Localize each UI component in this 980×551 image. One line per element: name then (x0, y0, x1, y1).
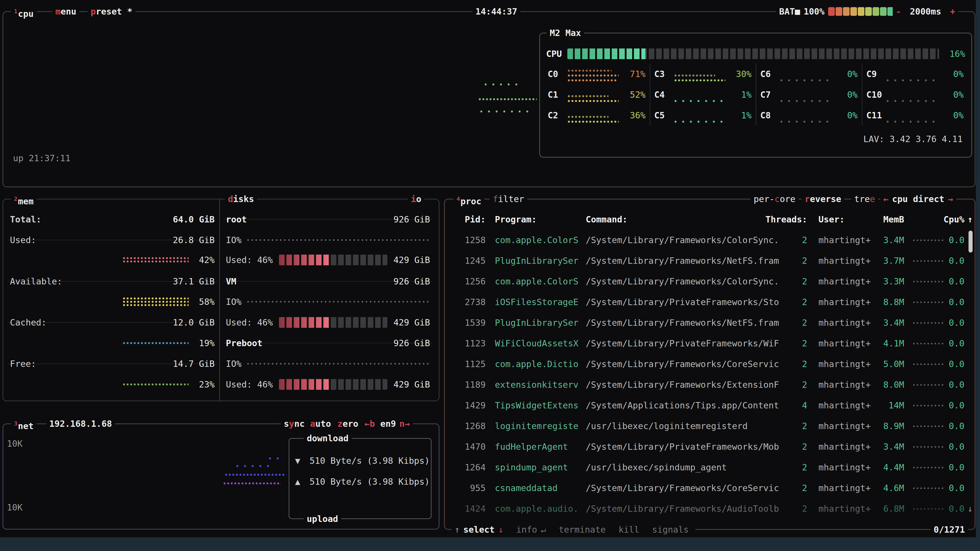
preset-button[interactable]: preset * (88, 4, 135, 19)
process-mem: 6.8M (864, 502, 904, 516)
net-auto-button[interactable]: auto (307, 416, 334, 431)
cpu-core-percent: 0% (953, 89, 964, 100)
cpu-core-graph (886, 107, 937, 123)
footer-info[interactable]: info (516, 524, 537, 535)
disk-name: Preboot (226, 336, 262, 350)
process-row[interactable]: 1268loginitemregiste/usr/libexec/loginit… (451, 419, 969, 433)
proc-option-tree[interactable]: tree (851, 192, 878, 206)
cpu-core-percent: 0% (847, 89, 858, 100)
footer-signals[interactable]: signals (652, 524, 689, 535)
mem-row-label: Total: (10, 212, 41, 227)
disks-io-toggle[interactable]: io (408, 192, 425, 206)
net-download-graph (269, 457, 284, 459)
proc-filter-button[interactable]: filter (490, 192, 527, 206)
col-threads[interactable]: Threads: (747, 212, 807, 227)
mem-row: Cached:12.0 GiB (10, 315, 215, 330)
graph-strip (568, 95, 608, 98)
cpu-core-name: C3 (654, 69, 672, 79)
col-cpu[interactable]: Cpu% (939, 212, 964, 227)
proc-scrollbar[interactable] (969, 230, 973, 252)
mem-usage-percent: 23% (195, 377, 215, 392)
process-row[interactable]: 1429TipsWidgetExtens/System/Applications… (451, 398, 969, 413)
process-threads: 2 (747, 460, 807, 475)
clock: 14:44:37 (473, 4, 520, 19)
graph-strip (568, 79, 617, 82)
process-row[interactable]: 1539PlugInLibrarySer/System/Library/Fram… (451, 316, 969, 330)
chip-box: M2 Max CPU 16% C071%C330%C60%C90%C152%C4… (539, 33, 972, 158)
process-row[interactable]: 1470fudHelperAgent/System/Library/Privat… (451, 440, 969, 454)
graph-strip (780, 100, 831, 103)
process-row[interactable]: 955csnameddatad/System/Library/Framework… (451, 481, 969, 495)
process-mem: 4.1M (864, 336, 904, 351)
battery-block (873, 7, 879, 16)
net-zero-button[interactable]: zero (334, 416, 361, 431)
process-mem: 8.0M (864, 378, 904, 392)
net-prev-button[interactable]: ←b (361, 416, 378, 431)
col-pid[interactable]: Pid: (451, 212, 486, 227)
mem-row-label: Used: (10, 233, 36, 247)
process-cpu: 0.0 (939, 357, 964, 371)
cpu-core-graph (674, 87, 725, 103)
cpu-core-percent: 0% (847, 110, 858, 121)
proc-count: 0/1271 (931, 522, 968, 537)
process-cpu: 0.0 (939, 460, 964, 475)
battery-gauge (828, 7, 901, 16)
graph-strip (568, 69, 611, 72)
mem-usage-bar: 58% (10, 295, 215, 309)
net-next-button[interactable]: n→ (396, 416, 413, 431)
process-pid: 1470 (451, 440, 486, 454)
graph-strip (674, 79, 725, 82)
cpu-core-name: C0 (548, 69, 566, 79)
process-pid: 1429 (451, 398, 486, 413)
down-arrow-icon[interactable]: ↓ (498, 524, 503, 535)
cpu-core: C330% (650, 64, 756, 84)
menu-button[interactable]: menu (52, 4, 80, 19)
proc-option-reverse[interactable]: reverse (802, 192, 844, 206)
cpu-core: C70% (756, 84, 862, 105)
mem-usage-dots (123, 383, 189, 386)
process-threads: 2 (747, 274, 807, 289)
mem-usage-bar: 19% (10, 336, 215, 350)
process-row[interactable]: 1189extensionkitserv/System/Library/Fram… (451, 378, 969, 392)
proc-option-per-core[interactable]: per-core (751, 192, 799, 206)
process-row[interactable]: 1245PlugInLibrarySer/System/Library/Fram… (451, 254, 969, 268)
panel-mem-title: 2mem (11, 192, 37, 206)
footer-kill[interactable]: kill (618, 524, 639, 535)
cpu-core: C236% (544, 105, 650, 125)
mem-row-value: 37.1 GiB (173, 274, 215, 289)
process-row[interactable]: 1258com.apple.ColorS/System/Library/Fram… (451, 233, 969, 247)
process-row[interactable]: 1424com.apple.audio./System/Library/Fram… (451, 502, 969, 516)
net-download-graph (236, 465, 272, 467)
col-memb[interactable]: MemB (864, 212, 904, 227)
mem-row: Available:37.1 GiB (10, 274, 215, 289)
process-row[interactable]: 2738iOSFilesStorageE/System/Library/Priv… (451, 295, 969, 309)
process-mem: 3.7M (864, 254, 904, 268)
process-threads: 2 (747, 233, 807, 247)
process-mem: 5.0M (864, 357, 904, 371)
process-row[interactable]: 1256com.apple.ColorS/System/Library/Fram… (451, 274, 969, 289)
refresh-plus-button[interactable]: + (950, 6, 955, 17)
footer-terminate[interactable]: terminate (558, 524, 606, 535)
disk-io-label: IO% (226, 233, 242, 247)
refresh-minus-button[interactable]: - (896, 6, 901, 17)
process-pid: 1256 (451, 274, 486, 289)
cpu-history-graph (479, 98, 537, 100)
process-pid: 1264 (451, 460, 486, 475)
process-cpu: 0.0 (939, 316, 964, 330)
cpu-total-bar (567, 48, 939, 59)
process-row[interactable]: 1123WiFiCloudAssetsX/System/Library/Priv… (451, 336, 969, 351)
uptime: up 21:37:11 (13, 151, 70, 165)
process-row[interactable]: 1125com.apple.Dictio/System/Library/Fram… (451, 357, 969, 371)
cpu-core-name: C10 (866, 89, 884, 100)
mem-usage-dots (123, 341, 189, 345)
process-pid: 1268 (451, 419, 486, 433)
mem-row-value: 14.7 GiB (173, 357, 215, 371)
proc-option-cpu-direct[interactable]: ←cpu direct→ (880, 192, 956, 206)
process-row[interactable]: 1264spindump_agent/usr/libexec/spindump_… (451, 460, 969, 475)
net-sync-button[interactable]: sync (281, 416, 308, 431)
footer-select[interactable]: select (463, 524, 495, 535)
process-pid: 955 (451, 481, 486, 495)
up-arrow-icon[interactable]: ↑ (455, 524, 460, 535)
process-cpu: 0.0 (939, 419, 964, 433)
process-cpu: 0.0 (939, 502, 964, 516)
